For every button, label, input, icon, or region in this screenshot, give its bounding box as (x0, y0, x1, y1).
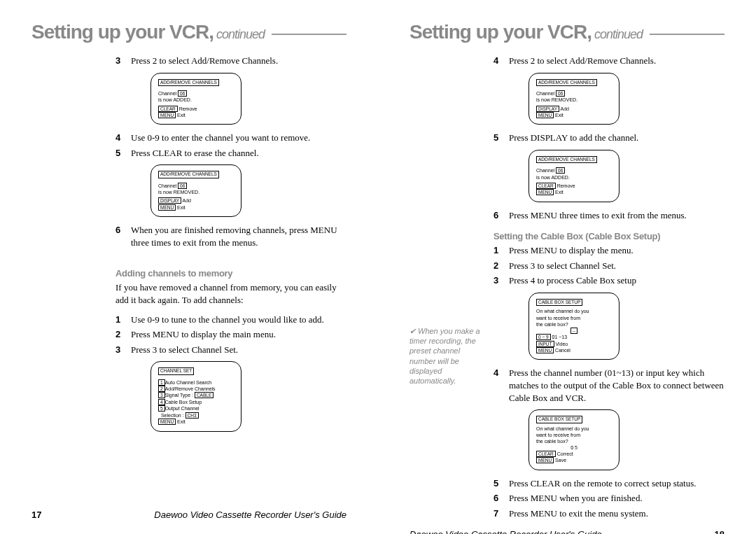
page-title: Setting up your VCR, continued (31, 21, 346, 43)
step-item: 5 Press CLEAR to erase the channel. (115, 147, 346, 160)
step-item: 4 Press 2 to select Add/Remove Channels. (493, 55, 724, 67)
step-item: 5Press CLEAR on the remote to correct se… (493, 477, 724, 490)
page-title: Setting up your VCR, continued (410, 21, 724, 43)
osd-screen: CHANNEL SET 1Auto Channel Search 2Add/Re… (150, 361, 241, 432)
footer-title: Daewoo Video Cassette Recorder User's Gu… (410, 529, 602, 534)
footer: 17 Daewoo Video Cassette Recorder User's… (31, 503, 346, 520)
footer-title: Daewoo Video Cassette Recorder User's Gu… (154, 510, 346, 520)
aside-right: When you make a timer recording, the pre… (410, 55, 493, 522)
subheading: Setting the Cable Box (Cable Box Setup) (493, 231, 724, 241)
step-text: When you are finished removing channels,… (131, 224, 346, 248)
step-item: 1 Use 0-9 to tune to the channel you wou… (115, 314, 346, 326)
step-item: 2 Press MENU to display the main menu. (115, 328, 346, 341)
step-item: 6 Press MENU three times to exit from th… (493, 209, 724, 222)
step-item: 3 Press 3 to select Channel Set. (115, 344, 346, 356)
step-item: 7Press MENU to exit the menu system. (493, 507, 724, 520)
step-number: 5 (115, 147, 131, 160)
osd-title: ADD/REMOVE CHANNELS (158, 79, 219, 86)
step-number: 3 (115, 55, 131, 67)
step-item: 1Press MENU to display the menu. (493, 244, 724, 257)
step-item: 4Press the channel number (01~13) or inp… (493, 367, 724, 404)
content-wrap: When you make a timer recording, the pre… (410, 55, 724, 522)
step-item: 6Press MENU when you are finished. (493, 492, 724, 505)
step-number: 4 (115, 132, 131, 144)
page-18: Setting up your VCR, continued When you … (378, 0, 756, 534)
step-item: 4 Use 0-9 to enter the channel you want … (115, 132, 346, 144)
step-number: 6 (115, 224, 131, 248)
main-column: 3 Press 2 to select Add/Remove Channels.… (115, 55, 346, 503)
main-column: 4 Press 2 to select Add/Remove Channels.… (493, 55, 724, 522)
content-wrap: 3 Press 2 to select Add/Remove Channels.… (31, 55, 346, 503)
title-rule (272, 34, 346, 35)
osd-screen: ADD/REMOVE CHANNELS Channel 06is now REM… (150, 164, 241, 217)
page-number: 17 (31, 510, 41, 520)
title-continued: continued (594, 27, 643, 42)
title-main: Setting up your VCR, (410, 21, 592, 43)
osd-screen: ADD/REMOVE CHANNELS Channel 06is now REM… (528, 73, 620, 125)
step-text: Use 0-9 to enter the channel you want to… (131, 132, 346, 144)
intro-text: If you have removed a channel from memor… (115, 281, 346, 306)
aside-note: When you make a timer recording, the pre… (410, 326, 486, 386)
subheading: Adding channels to memory (115, 268, 346, 279)
step-item: 5 Press DISPLAY to add the channel. (493, 132, 724, 144)
page-17: Setting up your VCR, continued 3 Press 2… (0, 0, 378, 534)
footer: Daewoo Video Cassette Recorder User's Gu… (410, 522, 724, 534)
title-rule (650, 34, 724, 35)
step-text: Press 2 to select Add/Remove Channels. (131, 55, 346, 67)
step-item: 3Press 4 to process Cable Box setup (493, 274, 724, 287)
osd-screen: ADD/REMOVE CHANNELS Channel 06is now ADD… (528, 150, 620, 202)
osd-screen: ADD/REMOVE CHANNELS Channel 06is now ADD… (150, 73, 241, 125)
osd-screen: CABLE BOX SETUP On what channel do you w… (528, 293, 620, 360)
aside-left (31, 55, 115, 503)
step-item: 2Press 3 to select Channel Set. (493, 260, 724, 272)
title-continued: continued (216, 27, 265, 42)
step-item: 6 When you are finished removing channel… (115, 224, 346, 248)
osd-screen: CABLE BOX SETUP On what channel do you w… (528, 409, 620, 470)
step-text: Press CLEAR to erase the channel. (131, 147, 346, 160)
step-item: 3 Press 2 to select Add/Remove Channels. (115, 55, 346, 67)
page-number: 18 (715, 529, 724, 534)
title-main: Setting up your VCR, (31, 21, 214, 43)
